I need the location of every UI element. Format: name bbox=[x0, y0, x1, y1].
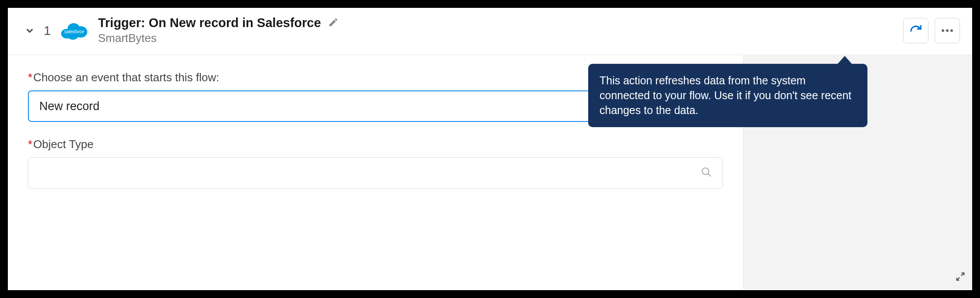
header-actions bbox=[903, 18, 960, 43]
collapse-chevron-icon[interactable] bbox=[24, 24, 36, 37]
search-icon bbox=[701, 166, 712, 180]
svg-point-7 bbox=[950, 29, 953, 32]
expand-icon[interactable] bbox=[956, 272, 965, 283]
required-asterisk: * bbox=[28, 71, 32, 84]
object-type-input-wrap bbox=[28, 157, 723, 189]
svg-line-10 bbox=[708, 173, 711, 177]
more-actions-button[interactable] bbox=[935, 18, 960, 43]
trigger-panel: 1 salesforce Trigger: On New record in S… bbox=[8, 8, 972, 290]
event-label-text: Choose an event that starts this flow: bbox=[33, 71, 219, 84]
panel-header: 1 salesforce Trigger: On New record in S… bbox=[8, 8, 972, 55]
step-number: 1 bbox=[44, 23, 51, 38]
object-type-label: *Object Type bbox=[28, 138, 723, 151]
tooltip-text: This action refreshes data from the syst… bbox=[600, 74, 851, 116]
salesforce-logo-icon: salesforce bbox=[60, 21, 89, 41]
header-titles: Trigger: On New record in Salesforce Sma… bbox=[98, 16, 339, 45]
connection-subtitle: SmartBytes bbox=[98, 31, 339, 45]
svg-text:salesforce: salesforce bbox=[64, 29, 84, 34]
svg-point-5 bbox=[942, 29, 944, 32]
event-select-value: New record bbox=[39, 100, 99, 113]
object-type-label-text: Object Type bbox=[33, 138, 93, 151]
edit-pencil-icon[interactable] bbox=[328, 17, 339, 29]
refresh-button[interactable] bbox=[903, 18, 929, 43]
object-type-input[interactable] bbox=[39, 158, 701, 188]
object-type-field: *Object Type bbox=[28, 138, 723, 189]
svg-point-9 bbox=[702, 168, 709, 174]
refresh-tooltip: This action refreshes data from the syst… bbox=[588, 64, 867, 127]
trigger-title: Trigger: On New record in Salesforce bbox=[98, 16, 321, 30]
required-asterisk: * bbox=[28, 138, 32, 151]
svg-point-6 bbox=[946, 29, 949, 32]
